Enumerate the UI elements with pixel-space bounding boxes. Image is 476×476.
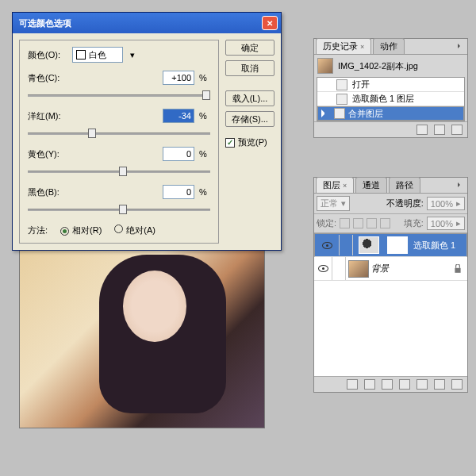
- method-label: 方法:: [28, 225, 48, 236]
- mask-icon[interactable]: [382, 379, 393, 390]
- layer-row[interactable]: 选取颜色 1: [314, 233, 467, 257]
- photo-face: [123, 271, 186, 342]
- fx-icon[interactable]: [364, 379, 375, 390]
- ok-button[interactable]: 确定: [225, 40, 274, 56]
- file-name: IMG_1402-2副本.jpg: [338, 60, 418, 72]
- tab-actions[interactable]: 动作: [373, 38, 405, 54]
- color-dropdown[interactable]: 白色: [72, 47, 123, 63]
- history-item[interactable]: 选取颜色 1 图层: [317, 92, 464, 106]
- dialog-title: 可选颜色选项: [16, 17, 262, 29]
- magenta-slider[interactable]: [28, 126, 210, 142]
- trash-icon[interactable]: [451, 125, 463, 135]
- dialog-titlebar[interactable]: 可选颜色选项 ✕: [13, 13, 281, 33]
- trash-icon[interactable]: [451, 379, 463, 390]
- lock-paint-icon[interactable]: [353, 218, 363, 228]
- fill-label: 填充:: [404, 217, 424, 229]
- color-swatch-icon: [76, 50, 86, 60]
- layer-row[interactable]: 背景: [314, 257, 467, 281]
- panel-menu-icon[interactable]: [455, 40, 466, 52]
- close-icon[interactable]: ✕: [262, 16, 278, 30]
- history-panel: 历史记录× 动作 IMG_1402-2副本.jpg 打开 选取颜色 1 图层 合…: [313, 38, 468, 138]
- black-slider[interactable]: [28, 202, 210, 218]
- color-label: 颜色(O):: [28, 49, 67, 61]
- yellow-slider[interactable]: [28, 164, 210, 180]
- open-icon: [336, 79, 347, 90]
- adjustment-icon[interactable]: [399, 379, 410, 390]
- mask-thumb-icon: [387, 236, 408, 254]
- eye-icon: [322, 242, 332, 249]
- magenta-input[interactable]: [163, 109, 194, 123]
- new-doc-icon[interactable]: [434, 125, 445, 135]
- opacity-label: 不透明度:: [386, 198, 424, 209]
- load-button[interactable]: 载入(L)...: [225, 90, 274, 106]
- lock-all-icon[interactable]: [380, 218, 390, 228]
- history-item[interactable]: 合并图层: [317, 106, 464, 121]
- visibility-toggle[interactable]: [318, 242, 336, 249]
- cyan-slider[interactable]: [28, 88, 210, 104]
- yellow-input[interactable]: [163, 147, 194, 161]
- tab-layers[interactable]: 图层×: [316, 177, 354, 193]
- history-item[interactable]: 打开: [317, 78, 464, 92]
- magenta-label: 洋红(M):: [28, 110, 67, 122]
- new-snapshot-icon[interactable]: [416, 125, 428, 135]
- fill-input[interactable]: 100%▸: [427, 217, 465, 230]
- new-layer-icon[interactable]: [434, 379, 445, 390]
- lock-icon: [453, 264, 463, 274]
- group-icon[interactable]: [416, 379, 428, 390]
- selective-color-dialog: 可选颜色选项 ✕ 颜色(O): 白色 ▾ 青色(C): % 洋红(M):: [12, 12, 282, 251]
- visibility-toggle[interactable]: [314, 265, 332, 272]
- lock-label: 锁定:: [317, 217, 336, 229]
- chevron-down-icon[interactable]: ▾: [128, 50, 137, 60]
- tab-channels[interactable]: 通道: [355, 177, 387, 193]
- dialog-controls: 颜色(O): 白色 ▾ 青色(C): % 洋红(M): %: [19, 40, 219, 244]
- canvas-image: [19, 246, 265, 428]
- eye-icon: [318, 265, 328, 272]
- radio-relative[interactable]: 相对(R): [60, 225, 102, 236]
- layers-panel: 图层× 通道 路径 正常▾ 不透明度: 100%▸ 锁定: 填充: 100%▸ …: [313, 177, 468, 393]
- merge-icon: [334, 108, 345, 119]
- panel-menu-icon[interactable]: [455, 179, 466, 190]
- history-list: 打开 选取颜色 1 图层 合并图层: [317, 77, 465, 121]
- layer-list: 选取颜色 1 背景: [314, 233, 467, 376]
- preview-checkbox[interactable]: ✓预览(P): [225, 136, 274, 148]
- opacity-input[interactable]: 100%▸: [427, 197, 465, 210]
- cyan-input[interactable]: [163, 71, 194, 85]
- tab-history[interactable]: 历史记录×: [316, 38, 371, 54]
- lock-move-icon[interactable]: [367, 218, 377, 228]
- blend-mode-dropdown[interactable]: 正常▾: [317, 196, 350, 211]
- snapshot-thumb-icon[interactable]: [317, 58, 333, 74]
- tab-paths[interactable]: 路径: [389, 177, 420, 193]
- black-input[interactable]: [163, 185, 194, 199]
- black-label: 黑色(B):: [28, 186, 67, 198]
- save-button[interactable]: 存储(S)...: [225, 111, 274, 127]
- lock-pixels-icon[interactable]: [340, 218, 350, 228]
- layer-icon: [336, 94, 347, 105]
- cancel-button[interactable]: 取消: [225, 60, 274, 76]
- radio-absolute[interactable]: 绝对(A): [114, 225, 155, 236]
- svg-rect-0: [455, 267, 460, 272]
- link-layers-icon[interactable]: [347, 379, 358, 390]
- layer-thumb-icon: [348, 260, 369, 278]
- cyan-label: 青色(C):: [28, 72, 67, 84]
- adjustment-thumb-icon: [359, 236, 379, 254]
- yellow-label: 黄色(Y):: [28, 148, 67, 160]
